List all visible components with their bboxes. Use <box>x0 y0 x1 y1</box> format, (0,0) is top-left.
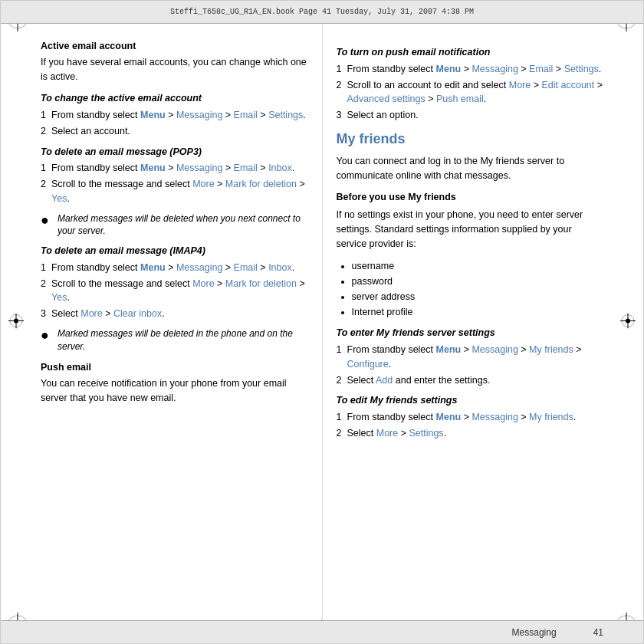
right-column: To turn on push email notification 1 Fro… <box>323 24 644 620</box>
footer-bar: Messaging 41 <box>1 620 643 643</box>
list-item: Internet profile <box>352 304 604 320</box>
left-column: Active email account If you have several… <box>1 24 323 620</box>
list-item: username <box>352 258 604 274</box>
header-text: Steffi_T658c_UG_R1A_EN.book Page 41 Tues… <box>170 8 474 16</box>
footer-page-number: 41 <box>593 627 603 638</box>
delete-imap4-steps: 1 From standby select Menu > Messaging >… <box>41 261 308 321</box>
active-email-body: If you have several email accounts, you … <box>41 55 308 84</box>
list-item: 1 From standby select Menu > Messaging >… <box>41 161 308 176</box>
list-item: 3 Select an option. <box>337 108 604 123</box>
list-item: 1 From standby select Menu > Messaging >… <box>337 410 604 425</box>
bullet-list: username password server address Interne… <box>337 258 604 320</box>
list-item: 2 Scroll to the message and select More … <box>41 277 308 306</box>
push-email-title: Push email <box>41 360 308 375</box>
list-item: 2 Select an account. <box>41 124 308 139</box>
change-active-steps: 1 From standby select Menu > Messaging >… <box>41 108 308 139</box>
note1-text: Marked messages will be deleted when you… <box>58 212 308 238</box>
list-item: server address <box>352 289 604 304</box>
push-notif-title: To turn on push email notification <box>337 45 604 60</box>
list-item: 1 From standby select Menu > Messaging >… <box>41 108 308 123</box>
footer-spacer <box>567 627 583 638</box>
delete-pop3-title: To delete an email message (POP3) <box>41 145 308 159</box>
list-item: 1 From standby select Menu > Messaging >… <box>41 261 308 275</box>
note2-text: Marked messages will be deleted in the p… <box>58 327 308 353</box>
list-item: password <box>352 274 604 289</box>
list-item: 1 From standby select Menu > Messaging >… <box>337 62 604 77</box>
before-subheading: Before you use My friends <box>337 190 604 205</box>
note1-block: ● Marked messages will be deleted when y… <box>41 212 308 238</box>
delete-imap4-title: To delete an email message (IMAP4) <box>41 244 308 258</box>
note2-block: ● Marked messages will be deleted in the… <box>41 327 308 353</box>
enter-settings-title: To enter My friends server settings <box>337 326 604 340</box>
note-icon: ● <box>41 212 54 229</box>
header-bar: Steffi_T658c_UG_R1A_EN.book Page 41 Tues… <box>1 1 643 24</box>
enter-settings-steps: 1 From standby select Menu > Messaging >… <box>337 343 604 387</box>
push-email-body: You can receive notification in your pho… <box>41 376 308 406</box>
active-email-title: Active email account <box>41 39 308 54</box>
edit-settings-title: To edit My friends settings <box>337 393 604 408</box>
push-notif-steps: 1 From standby select Menu > Messaging >… <box>337 62 604 123</box>
my-friends-body: You can connect and log in to the My fri… <box>337 154 604 183</box>
edit-settings-steps: 1 From standby select Menu > Messaging >… <box>337 410 604 441</box>
list-item: 2 Scroll to an account to edit and selec… <box>337 78 604 107</box>
list-item: 2 Scroll to the message and select More … <box>41 177 308 206</box>
list-item: 1 From standby select Menu > Messaging >… <box>337 343 604 372</box>
list-item: 3 Select More > Clear inbox. <box>41 307 308 321</box>
footer-label: Messaging <box>512 627 557 638</box>
list-item: 2 Select Add and enter the settings. <box>337 373 604 388</box>
delete-pop3-steps: 1 From standby select Menu > Messaging >… <box>41 161 308 205</box>
before-body: If no settings exist in your phone, you … <box>337 208 604 251</box>
change-active-title: To change the active email account <box>41 91 308 106</box>
list-item: 2 Select More > Settings. <box>337 426 604 441</box>
page: Steffi_T658c_UG_R1A_EN.book Page 41 Tues… <box>0 0 644 644</box>
main-content: Active email account If you have several… <box>1 24 643 620</box>
my-friends-heading: My friends <box>337 129 604 150</box>
note-icon2: ● <box>41 327 54 344</box>
